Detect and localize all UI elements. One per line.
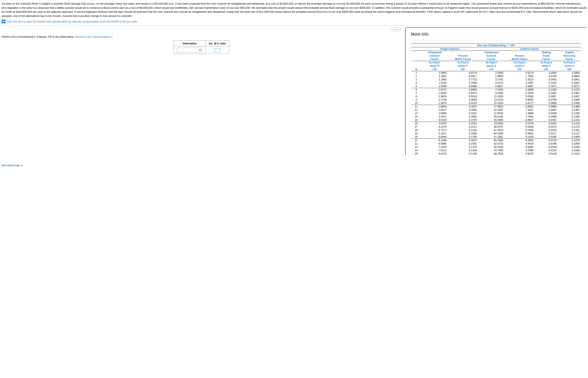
table-row: 51.53860.64995.98473.88970.16710.2571 (411, 84, 581, 88)
table-cell: 5.9847 (478, 84, 505, 88)
table-cell: 8.0607 (505, 118, 535, 122)
table-cell: 1.5386 (421, 84, 448, 88)
table-row: 122.81270.355520.14077.16070.04970.1397 (411, 108, 581, 112)
table-cell: 0.0658 (535, 101, 558, 105)
h-c6-l4: To Find A (558, 61, 581, 65)
table-row: 112.58040.387517.56036.80520.05690.1469 (411, 105, 581, 108)
h-c4-l6: P/A (505, 68, 535, 71)
h-c3-l1: Compound (478, 51, 505, 54)
table-cell: 7.1607 (505, 108, 535, 112)
table-cell: 3.8897 (505, 84, 535, 88)
table-cell: 1.8280 (421, 91, 448, 95)
table-cell: 7.7862 (505, 115, 535, 118)
table-cell: 4 (411, 81, 421, 84)
table-cell: 10 (411, 101, 421, 105)
table-cell: 0.0497 (535, 108, 558, 112)
table-link[interactable]: Click the icon to view the interest and … (7, 20, 138, 23)
table-cell: 0.1241 (558, 118, 581, 122)
col-header-ratio: Inc. B-C ratio (205, 40, 229, 46)
table-cell: 3.2397 (505, 81, 535, 84)
ratio-input[interactable] (214, 48, 220, 52)
get-more-help[interactable]: Get more help (2, 164, 586, 167)
table-cell: 0.7084 (448, 81, 478, 84)
alternative-select[interactable] (177, 48, 202, 53)
h-c4-l1 (505, 51, 535, 54)
h-c5-l3: Factor (535, 57, 558, 61)
table-cell: 0.1087 (535, 91, 558, 95)
table-cell: 9.5802 (505, 145, 535, 149)
table-cell: 8.5436 (505, 125, 535, 129)
instruction-text: Perform the incremental B-C Analysis. Fi… (2, 35, 401, 38)
table-cell: 24 (411, 149, 421, 152)
table-row: 184.71710.212041.30138.75560.02420.1142 (411, 129, 581, 132)
more-options-button[interactable]: • • • (391, 27, 401, 31)
table-row: 195.14170.194546.01858.95010.02170.1117 (411, 132, 581, 135)
table-cell: 1.9926 (421, 95, 448, 98)
table-cell: 0.1095 (558, 135, 581, 139)
table-cell: 17 (411, 125, 421, 129)
table-cell: 5 (411, 84, 421, 88)
table-cell: 20.1407 (478, 108, 505, 112)
h-c1-l3: Factor (421, 57, 448, 61)
h-c2-l4: To Find P (448, 61, 478, 65)
caret-up-icon (21, 165, 23, 166)
table-cell: 0.1502 (448, 142, 478, 145)
table-cell: 16 (411, 122, 421, 125)
table-cell: 6.1088 (421, 139, 448, 142)
table-cell: 0.0907 (535, 95, 558, 98)
table-cell: 0.1059 (558, 142, 581, 145)
table-cell: 13 (411, 112, 421, 115)
factor-table: Discrete Compounding; i = 9% Single Paym… (411, 43, 581, 155)
table-cell: 0.1945 (448, 132, 478, 135)
h-c2-l1 (448, 51, 478, 54)
table-cell: 0.0144 (535, 145, 558, 149)
table-cell: 3.0658 (421, 112, 448, 115)
table-cell: 0.1671 (535, 84, 558, 88)
h-n: N (411, 68, 421, 71)
table-cell: 0.1030 (558, 149, 581, 152)
h-c2-l2: Present (448, 54, 478, 57)
h-c4-l3: Worth Factor (505, 57, 535, 61)
table-cell: 9.1285 (505, 135, 535, 139)
table-cell: 0.0384 (535, 115, 558, 118)
table-cell: 18 (411, 129, 421, 132)
table-cell: 2.5313 (505, 78, 535, 81)
h-c3-l4: To Find F (478, 61, 505, 65)
table-cell: 7.5233 (478, 88, 505, 92)
h-c6-l2: Recovery (558, 54, 581, 57)
table-cell: 0.3087 (558, 81, 581, 84)
h-c5-l6: A/F (535, 68, 558, 71)
table-cell: 2 (411, 75, 421, 78)
table-row: 163.97030.251933.00348.31260.03030.1203 (411, 122, 581, 125)
more-info-modal: More Info Discrete Compounding; i = 9% S… (405, 27, 586, 155)
table-link-icon[interactable] (2, 20, 5, 23)
table-cell: 0.1784 (448, 135, 478, 139)
h-c6-l1: Capital (558, 51, 581, 54)
table-row: 226.65860.150262.87339.44240.01590.1059 (411, 142, 581, 145)
table-cell: 0.1264 (448, 149, 478, 152)
table-cell: 2.0900 (478, 75, 505, 78)
table-cell: 0.5470 (448, 91, 478, 95)
table-cell: 0.0436 (535, 112, 558, 115)
table-cell: 1.4116 (421, 81, 448, 84)
table-cell: 0.0270 (535, 125, 558, 129)
table-row: 31.29500.77223.27812.53130.30510.3951 (411, 78, 581, 81)
table-cell: 6.4177 (505, 101, 535, 105)
table-cell: 9.7066 (505, 149, 535, 152)
table-cell: 22.9534 (478, 112, 505, 115)
table-cell: 0.3262 (448, 112, 478, 115)
table-cell: 0.3951 (558, 78, 581, 81)
table-cell: 0.1397 (558, 108, 581, 112)
table-cell: 0.0341 (535, 118, 558, 122)
table-cell: 7.4869 (505, 112, 535, 115)
modal-title: More Info (406, 28, 586, 40)
table-cell: 2.5804 (421, 105, 448, 108)
h-c1-l1: Compound (421, 51, 448, 54)
table-cell: 1 (411, 71, 421, 75)
h-c4-l2: Present (505, 54, 535, 57)
table-cell: 11 (411, 105, 421, 108)
h-c3-l6: F/A (478, 68, 505, 71)
table-cell: 1.0000 (478, 71, 505, 75)
table-cell: 36.9737 (478, 125, 505, 129)
table-cell: 0.0118 (535, 152, 558, 155)
